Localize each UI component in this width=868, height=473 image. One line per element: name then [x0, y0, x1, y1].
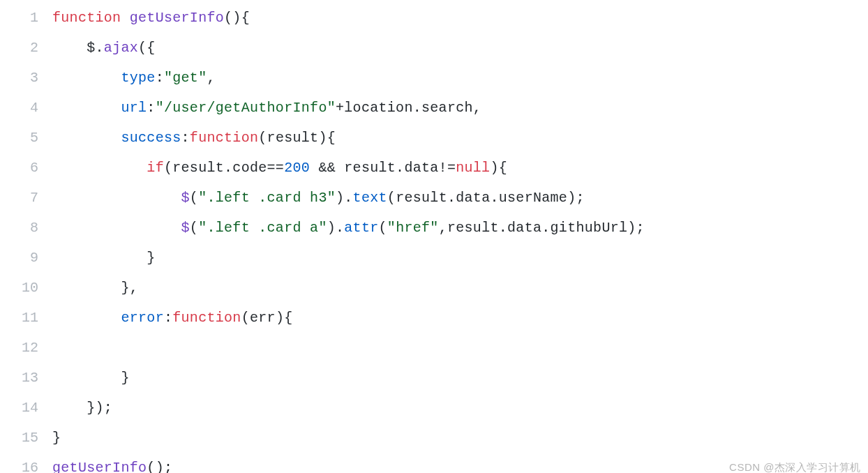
- token-attr: text: [353, 190, 387, 206]
- token-str: ".left .card h3": [198, 190, 336, 206]
- token-pn: :: [156, 70, 164, 86]
- line-number: 11: [0, 303, 52, 333]
- token-pn: ({: [138, 40, 156, 56]
- code-line: 1function getUserInfo(){: [0, 3, 868, 33]
- token-pn: ();: [147, 460, 172, 473]
- line-content: type:"get",: [52, 63, 868, 93]
- line-number: 8: [0, 213, 52, 243]
- token-pn: },: [52, 280, 138, 296]
- token-pn: [52, 310, 121, 326]
- line-number: 4: [0, 93, 52, 123]
- token-pn: [121, 10, 129, 26]
- token-pn: }: [52, 250, 156, 266]
- token-pn: (result.data.userName);: [387, 190, 585, 206]
- line-content: getUserInfo();: [52, 453, 868, 473]
- line-content: });: [52, 393, 868, 423]
- token-pn: (err){: [241, 310, 293, 326]
- token-fn: $: [181, 220, 190, 236]
- token-pn: [52, 220, 181, 236]
- token-attr: success: [121, 130, 181, 146]
- token-kw: function: [190, 130, 258, 146]
- line-content: }: [52, 243, 868, 273]
- token-num: 200: [284, 160, 310, 176]
- code-lines: 1function getUserInfo(){2 $.ajax({3 type…: [0, 3, 868, 473]
- line-content: function getUserInfo(){: [52, 3, 868, 33]
- token-str: "get": [164, 70, 207, 86]
- line-content: $(".left .card h3").text(result.data.use…: [52, 183, 868, 213]
- code-line: 4 url:"/user/getAuthorInfo"+location.sea…: [0, 93, 868, 123]
- line-content: [52, 333, 868, 363]
- token-pn: }: [52, 370, 130, 386]
- code-line: 10 },: [0, 273, 868, 303]
- code-line: 5 success:function(result){: [0, 123, 868, 153]
- token-pn: $.: [52, 40, 104, 56]
- line-content: }: [52, 423, 868, 453]
- token-pn: +location.search,: [336, 100, 481, 116]
- line-content: success:function(result){: [52, 123, 868, 153]
- token-pn: (result.code==: [164, 160, 284, 176]
- code-line: 7 $(".left .card h3").text(result.data.u…: [0, 183, 868, 213]
- token-pn: (){: [224, 10, 250, 26]
- line-content: if(result.code==200 && result.data!=null…: [52, 153, 868, 183]
- line-number: 6: [0, 153, 52, 183]
- line-content: url:"/user/getAuthorInfo"+location.searc…: [52, 93, 868, 123]
- token-kw: if: [147, 160, 164, 176]
- token-str: "href": [387, 220, 439, 236]
- code-line: 15}: [0, 423, 868, 453]
- token-fn: getUserInfo: [52, 460, 147, 473]
- token-pn: :: [164, 310, 172, 326]
- line-number: 12: [0, 333, 52, 363]
- token-kw: function: [172, 310, 241, 326]
- token-pn: && result.data!=: [310, 160, 456, 176]
- token-pn: [52, 130, 121, 146]
- code-block: 1function getUserInfo(){2 $.ajax({3 type…: [0, 0, 868, 473]
- token-pn: [52, 190, 181, 206]
- token-fn: getUserInfo: [130, 10, 224, 26]
- line-number: 13: [0, 363, 52, 393]
- line-number: 14: [0, 393, 52, 423]
- code-line: 16getUserInfo();: [0, 453, 868, 473]
- token-pn: (: [190, 220, 198, 236]
- token-str: ".left .card a": [198, 220, 327, 236]
- code-line: 13 }: [0, 363, 868, 393]
- line-number: 5: [0, 123, 52, 153]
- line-number: 1: [0, 3, 52, 33]
- line-content: $(".left .card a").attr("href",result.da…: [52, 213, 868, 243]
- code-line: 9 }: [0, 243, 868, 273]
- code-line: 6 if(result.code==200 && result.data!=nu…: [0, 153, 868, 183]
- code-line: 12: [0, 333, 868, 363]
- token-pn: ){: [490, 160, 507, 176]
- token-str: "/user/getAuthorInfo": [156, 100, 336, 116]
- token-attr: attr: [344, 220, 378, 236]
- line-number: 7: [0, 183, 52, 213]
- line-number: 15: [0, 423, 52, 453]
- token-pn: [52, 160, 147, 176]
- code-line: 11 error:function(err){: [0, 303, 868, 333]
- line-content: $.ajax({: [52, 33, 868, 63]
- line-number: 16: [0, 453, 52, 473]
- line-number: 9: [0, 243, 52, 273]
- token-attr: url: [121, 100, 147, 116]
- token-pn: (: [190, 190, 198, 206]
- line-number: 10: [0, 273, 52, 303]
- token-kw: function: [52, 10, 121, 26]
- token-fn: $: [181, 190, 190, 206]
- token-pn: ,: [207, 70, 215, 86]
- line-content: }: [52, 363, 868, 393]
- code-line: 14 });: [0, 393, 868, 423]
- token-pn: ).: [336, 190, 353, 206]
- token-pn: :: [181, 130, 190, 146]
- line-number: 3: [0, 63, 52, 93]
- token-pn: (result){: [258, 130, 336, 146]
- line-content: },: [52, 273, 868, 303]
- token-pn: }: [52, 430, 61, 446]
- token-pn: [52, 70, 121, 86]
- token-pn: ).: [327, 220, 345, 236]
- token-fn: ajax: [104, 40, 138, 56]
- line-content: error:function(err){: [52, 303, 868, 333]
- token-attr: error: [121, 310, 164, 326]
- token-pn: ,result.data.githubUrl);: [439, 220, 645, 236]
- token-pn: (: [379, 220, 387, 236]
- token-kw: null: [456, 160, 490, 176]
- token-pn: });: [52, 400, 112, 416]
